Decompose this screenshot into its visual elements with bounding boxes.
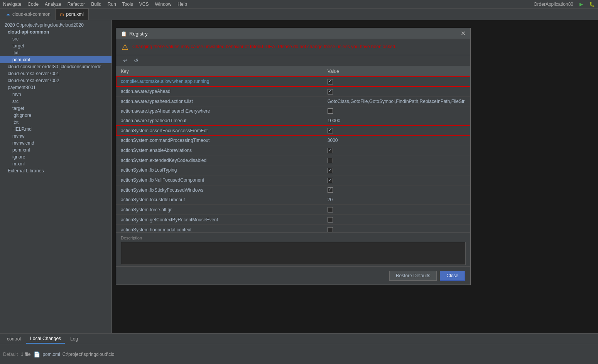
sidebar-item-eureka7001[interactable]: cloud-eureka-server7001 xyxy=(0,70,111,77)
run-config-label: OrderApplication80 xyxy=(534,2,573,7)
table-row[interactable]: action.aware.typeAhead.searchEverywhere xyxy=(116,106,470,116)
checkbox[interactable] xyxy=(328,217,333,222)
sidebar-item-target2[interactable]: target xyxy=(0,105,111,112)
sidebar-item-src[interactable]: src xyxy=(0,35,111,42)
table-row[interactable]: actionSystem.extendedKeyCode.disabled xyxy=(116,155,470,165)
sidebar-item-target[interactable]: target xyxy=(0,42,111,49)
bottom-tab-log[interactable]: Log xyxy=(66,335,82,343)
sidebar-item-m-xml[interactable]: m.xml xyxy=(0,160,111,167)
sidebar-item-txt[interactable]: .txt xyxy=(0,49,111,56)
value-cell[interactable] xyxy=(323,205,470,215)
menu-build[interactable]: Build xyxy=(91,2,101,7)
menu-tools[interactable]: Tools xyxy=(122,2,133,7)
description-label: Description xyxy=(121,236,466,240)
checkbox[interactable] xyxy=(328,207,333,212)
key-cell: action.aware.typeAhead.searchEverywhere xyxy=(116,106,323,116)
checkbox[interactable] xyxy=(328,227,333,232)
sidebar-item-ext-lib[interactable]: External Libraries xyxy=(0,167,111,174)
menu-refactor[interactable]: Refactor xyxy=(68,2,85,7)
checkbox[interactable] xyxy=(328,89,333,94)
checkbox[interactable] xyxy=(328,187,333,193)
sidebar-item-gitignore[interactable]: .gitignore xyxy=(0,112,111,119)
table-row[interactable]: compiler.automake.allow.when.app.running xyxy=(116,77,470,87)
table-row[interactable]: actionSystem.force.alt.gr xyxy=(116,205,470,215)
value-cell[interactable] xyxy=(323,155,470,165)
checkbox[interactable] xyxy=(328,178,333,183)
column-value: Value xyxy=(323,66,470,77)
value-cell[interactable] xyxy=(323,126,470,136)
value-cell[interactable] xyxy=(323,225,470,232)
close-button[interactable]: Close xyxy=(440,271,465,281)
description-box xyxy=(121,242,466,265)
checkbox[interactable] xyxy=(328,148,333,153)
bottom-panel: control Local Changes Log Default 1 file… xyxy=(0,333,598,364)
sidebar-item-mvnw[interactable]: mvnw xyxy=(0,133,111,140)
value-cell[interactable] xyxy=(323,215,470,225)
sidebar-item-payment8001[interactable]: payment8001 xyxy=(0,84,111,91)
value-cell[interactable] xyxy=(323,77,470,87)
sidebar-item-mvn[interactable]: mvn xyxy=(0,91,111,98)
checkbox[interactable] xyxy=(328,168,333,173)
table-row[interactable]: actionSystem.honor.modal.context xyxy=(116,225,470,232)
sidebar-item-help-md[interactable]: HELP.md xyxy=(0,126,111,133)
menu-help[interactable]: Help xyxy=(177,2,187,7)
sidebar-item-eureka7002[interactable]: cloud-eureka-server7002 xyxy=(0,77,111,84)
sidebar-item-cloud-api-common[interactable]: cloud-api-common xyxy=(0,29,111,35)
menu-analyze[interactable]: Analyze xyxy=(45,2,61,7)
menu-vcs[interactable]: VCS xyxy=(139,2,149,7)
table-row[interactable]: actionSystem.fixNullFocusedComponent xyxy=(116,175,470,185)
table-row[interactable]: action.aware.typeahead.actions.listGotoC… xyxy=(116,96,470,106)
undo-button[interactable]: ↺ xyxy=(132,57,140,64)
table-row[interactable]: actionSystem.fixStickyFocusedWindows xyxy=(116,185,470,195)
sidebar-item-txt2[interactable]: .txt xyxy=(0,119,111,126)
value-cell[interactable] xyxy=(323,185,470,195)
tab-pom-xml[interactable]: m pom.xml xyxy=(55,8,89,20)
value-cell: 10000 xyxy=(323,116,470,126)
run-button[interactable]: ▶ xyxy=(579,2,583,7)
table-row[interactable]: actionSystem.enableAbbreviations xyxy=(116,145,470,155)
registry-icon: 📋 xyxy=(121,31,127,37)
bottom-tab-control[interactable]: control xyxy=(3,335,25,343)
default-label: Default xyxy=(3,352,18,357)
value-cell[interactable] xyxy=(323,165,470,175)
table-row[interactable]: action.aware.typeaheadTimeout10000 xyxy=(116,116,470,126)
sidebar-item-pom-xml[interactable]: pom.xml xyxy=(0,56,111,63)
sidebar-item-pom2[interactable]: pom.xml xyxy=(0,147,111,153)
file-path: C:\project\springcloud\clo xyxy=(63,352,115,357)
value-cell[interactable] xyxy=(323,175,470,185)
sidebar-item-cloud2020[interactable]: 2020 C:\project\springcloud\cloud2020 xyxy=(0,22,111,29)
menu-code[interactable]: Code xyxy=(27,2,39,7)
menu-window[interactable]: Window xyxy=(155,2,172,7)
bottom-tab-local-changes[interactable]: Local Changes xyxy=(26,334,65,344)
tab-label-cloud: cloud-api-common xyxy=(12,12,51,17)
restore-defaults-button[interactable]: Restore Defaults xyxy=(389,271,437,281)
checkbox[interactable] xyxy=(328,128,333,133)
file-name: pom.xml xyxy=(42,352,60,357)
table-row[interactable]: actionSystem.commandProcessingTimeout300… xyxy=(116,136,470,145)
checkbox[interactable] xyxy=(328,79,333,84)
value-cell[interactable] xyxy=(323,86,470,96)
tab-cloud-api-common[interactable]: ☁ cloud-api-common xyxy=(2,8,55,20)
table-row[interactable]: action.aware.typeAhead xyxy=(116,86,470,96)
sidebar-item-mvnw-cmd[interactable]: mvnw.cmd xyxy=(0,140,111,147)
debug-button[interactable]: 🐛 xyxy=(589,2,595,7)
table-row[interactable]: actionSystem.getContextByRecentMouseEven… xyxy=(116,215,470,225)
value-cell[interactable] xyxy=(323,106,470,116)
key-cell: actionSystem.assertFocusAccessFromEdt xyxy=(116,126,323,136)
sidebar-item-consumer-order[interactable]: cloud-consumer-order80 [cloudconsumerord… xyxy=(0,63,111,70)
key-cell: actionSystem.enableAbbreviations xyxy=(116,145,323,155)
dialog-close-button[interactable]: ✕ xyxy=(461,30,466,37)
checkbox[interactable] xyxy=(328,108,333,114)
dialog-footer: Restore Defaults Close xyxy=(116,266,470,285)
value-cell[interactable] xyxy=(323,145,470,155)
menu-navigate[interactable]: Navigate xyxy=(3,2,21,7)
table-row[interactable]: actionSystem.fixLostTyping xyxy=(116,165,470,175)
key-cell: actionSystem.fixNullFocusedComponent xyxy=(116,175,323,185)
menu-run[interactable]: Run xyxy=(108,2,116,7)
table-row[interactable]: actionSystem.assertFocusAccessFromEdt xyxy=(116,126,470,136)
reset-button[interactable]: ↩ xyxy=(122,57,129,64)
checkbox[interactable] xyxy=(328,158,333,163)
sidebar-item-src2[interactable]: src xyxy=(0,98,111,105)
sidebar-item-ignore[interactable]: ignore xyxy=(0,153,111,160)
table-row[interactable]: actionSystem.focusIdleTimeout20 xyxy=(116,195,470,205)
